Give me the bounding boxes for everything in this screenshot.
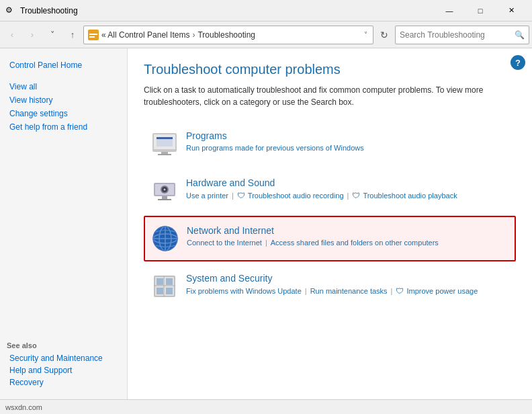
svg-rect-15: [158, 199, 171, 200]
security-link-windows-update[interactable]: Fix problems with Windows Update: [186, 287, 302, 295]
svg-rect-8: [158, 154, 171, 155]
hardware-links: Use a printer | 🛡 Troubleshoot audio rec…: [186, 191, 508, 200]
minimize-button[interactable]: —: [434, 0, 465, 22]
hardware-link-audio-play[interactable]: Troubleshoot audio playback: [363, 192, 457, 200]
search-icon[interactable]: 🔍: [515, 30, 525, 40]
sidebar-item-recovery[interactable]: Recovery: [7, 376, 120, 388]
category-network[interactable]: Network and Internet Connect to the Inte…: [144, 216, 516, 261]
back-button[interactable]: ‹: [3, 26, 21, 44]
help-button[interactable]: ?: [511, 55, 525, 70]
hardware-icon: [151, 177, 178, 204]
hardware-content: Hardware and Sound Use a printer | 🛡 Tro…: [186, 177, 508, 200]
svg-point-13: [164, 189, 166, 191]
network-name[interactable]: Network and Internet: [187, 225, 508, 236]
programs-link-prev-versions[interactable]: Run programs made for previous versions …: [186, 144, 364, 152]
sidebar-item-view-all[interactable]: View all: [7, 81, 120, 93]
sidebar: Control Panel Home View all View history…: [0, 48, 128, 399]
svg-rect-25: [166, 278, 173, 285]
svg-rect-26: [157, 288, 163, 294]
breadcrumb-troubleshooting[interactable]: Troubleshooting: [197, 30, 255, 40]
shield-icon-2: 🛡: [352, 191, 360, 200]
hardware-name[interactable]: Hardware and Sound: [186, 177, 508, 188]
recent-button[interactable]: ˅: [43, 26, 62, 44]
security-links: Fix problems with Windows Update | Run m…: [186, 286, 508, 296]
address-dropdown-btn[interactable]: ˅: [363, 31, 369, 38]
security-icon: [151, 273, 178, 300]
page-description: Click on a task to automatically trouble…: [144, 84, 493, 108]
security-name[interactable]: System and Security: [186, 273, 508, 284]
address-icon: [88, 30, 99, 40]
programs-links: Run programs made for previous versions …: [186, 144, 508, 152]
close-button[interactable]: ✕: [496, 0, 527, 22]
network-link-connect[interactable]: Connect to the Internet: [187, 239, 262, 247]
forward-button[interactable]: ›: [23, 26, 42, 44]
nav-bar: ‹ › ˅ ↑ « All Control Panel Items › Trou…: [0, 22, 532, 48]
programs-icon: [151, 130, 178, 157]
svg-rect-6: [157, 137, 173, 139]
security-content: System and Security Fix problems with Wi…: [186, 273, 508, 296]
category-programs[interactable]: Programs Run programs made for previous …: [144, 122, 516, 166]
title-bar: ⚙ Troubleshooting — □ ✕: [0, 0, 532, 22]
breadcrumb: « All Control Panel Items › Troubleshoot…: [101, 30, 360, 40]
sidebar-item-help-support[interactable]: Help and Support: [7, 364, 120, 376]
content-area: ? Troubleshoot computer problems Click o…: [128, 48, 532, 399]
see-also-title: See also: [7, 341, 120, 349]
svg-rect-24: [157, 278, 163, 285]
programs-name[interactable]: Programs: [186, 130, 508, 141]
svg-rect-7: [161, 152, 168, 154]
sidebar-item-security-maintenance[interactable]: Security and Maintenance: [7, 352, 120, 364]
breadcrumb-all-panel[interactable]: « All Control Panel Items: [101, 30, 189, 40]
sidebar-spacer: [7, 134, 120, 340]
address-bar[interactable]: « All Control Panel Items › Troubleshoot…: [83, 26, 373, 44]
network-icon: [152, 225, 179, 252]
hardware-link-audio-rec[interactable]: Troubleshoot audio recording: [248, 192, 344, 200]
svg-rect-2: [89, 36, 95, 38]
refresh-button[interactable]: ↻: [375, 26, 394, 44]
shield-icon-3: 🛡: [396, 286, 404, 296]
window-title: Troubleshooting: [20, 6, 434, 15]
sidebar-item-get-help[interactable]: Get help from a friend: [7, 121, 120, 133]
window-icon: ⚙: [5, 5, 16, 16]
network-content: Network and Internet Connect to the Inte…: [187, 225, 508, 247]
up-button[interactable]: ↑: [63, 26, 82, 44]
network-link-shared[interactable]: Access shared files and folders on other…: [271, 239, 439, 247]
status-text: wsxdn.com: [5, 403, 42, 411]
page-title: Troubleshoot computer problems: [144, 62, 516, 77]
category-hardware[interactable]: Hardware and Sound Use a printer | 🛡 Tro…: [144, 169, 516, 213]
network-links: Connect to the Internet | Access shared …: [187, 239, 508, 247]
security-link-power[interactable]: Improve power usage: [406, 287, 478, 295]
status-bar: wsxdn.com: [0, 399, 532, 414]
sidebar-item-change-settings[interactable]: Change settings: [7, 108, 120, 120]
search-box[interactable]: 🔍: [395, 26, 529, 44]
maximize-button[interactable]: □: [465, 0, 496, 22]
category-security[interactable]: System and Security Fix problems with Wi…: [144, 264, 516, 308]
window-controls: — □ ✕: [434, 0, 527, 22]
search-input[interactable]: [400, 30, 512, 40]
shield-icon-1: 🛡: [237, 191, 245, 200]
svg-rect-1: [89, 34, 97, 35]
sidebar-item-view-history[interactable]: View history: [7, 94, 120, 106]
main-layout: Control Panel Home View all View history…: [0, 48, 532, 399]
hardware-link-printer[interactable]: Use a printer: [186, 192, 228, 200]
sidebar-item-control-panel-home[interactable]: Control Panel Home: [7, 59, 120, 71]
svg-rect-27: [166, 288, 173, 294]
svg-rect-14: [162, 196, 167, 199]
programs-content: Programs Run programs made for previous …: [186, 130, 508, 152]
security-link-maintenance[interactable]: Run maintenance tasks: [310, 287, 388, 295]
sidebar-see-also: See also Security and Maintenance Help a…: [7, 341, 120, 388]
